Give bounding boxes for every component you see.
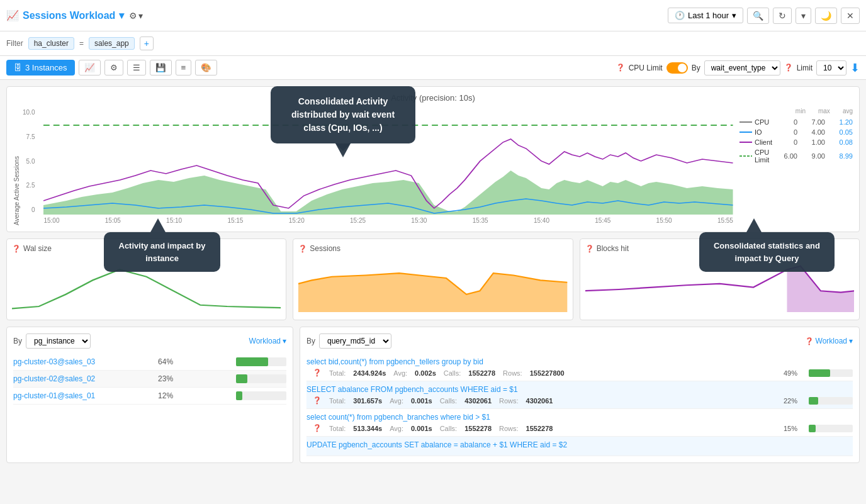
query-text-1[interactable]: select bid,count(*) from pgbench_tellers… (306, 357, 853, 366)
workload-text-right: Workload (816, 337, 847, 345)
filter-add-button[interactable]: + (140, 36, 154, 50)
svg-marker-7 (787, 266, 854, 312)
query-text-2[interactable]: SELECT abalance FROM pgbench_accounts WH… (306, 385, 853, 394)
moon-button[interactable]: 🌙 (815, 8, 837, 24)
activity-chart-section: Activity (precision: 10s) Average Active… (6, 86, 860, 232)
workload-help-icon-right[interactable]: ❓ (805, 337, 814, 345)
header-left: 📈 Sessions Workload ▾ ⚙ ▾ (6, 9, 143, 21)
query-text-4[interactable]: UPDATE pgbench_accounts SET abalance = a… (306, 440, 853, 449)
list-button[interactable]: ≡ (176, 60, 192, 76)
cpu-limit-help-icon[interactable]: ❓ (616, 64, 625, 72)
filter-key[interactable]: ha_cluster (28, 37, 74, 50)
q3-avg: 0.001s (411, 425, 432, 432)
cpu-limit-label: CPU Limit (629, 64, 663, 72)
filter-value[interactable]: sales_app (89, 37, 135, 50)
workload-label-right[interactable]: ❓ Workload ▾ (805, 337, 853, 345)
q3-help[interactable]: ❓ (313, 424, 322, 432)
q1-help[interactable]: ❓ (313, 369, 322, 377)
q2-pct: 22% (784, 397, 797, 405)
chart-type-button[interactable]: 📈 (79, 60, 101, 76)
query-row-1: select bid,count(*) from pgbench_tellers… (306, 354, 853, 381)
q1-rows: 155227800 (530, 369, 565, 377)
wal-help-icon[interactable]: ❓ (12, 245, 21, 253)
q1-total: 2434.924s (353, 369, 386, 377)
q3-bar (809, 425, 816, 432)
refresh-icon: ↻ (779, 11, 786, 21)
instance-name-2[interactable]: pg-cluster-02@sales_02 (13, 374, 95, 383)
app-title: 📈 Sessions Workload ▾ (6, 9, 124, 21)
q2-help[interactable]: ❓ (313, 396, 322, 405)
instance-row-3: pg-cluster-01@sales_01 12% (13, 388, 286, 405)
workload-dropdown-icon-right: ▾ (849, 337, 853, 345)
sessions-chart: ❓ Sessions (293, 238, 573, 320)
search-button[interactable]: 🔍 (747, 8, 769, 24)
blocks-help-icon[interactable]: ❓ (585, 245, 594, 253)
cpu-limit-toggle[interactable] (666, 62, 688, 74)
instance-name-3[interactable]: pg-cluster-01@sales_01 (13, 391, 95, 400)
chart-left: Average Active Sessions 10.0 7.5 5.0 2.5… (13, 108, 37, 225)
time-range-label: Last 1 hour (688, 11, 729, 20)
q3-bar-wrap (809, 425, 853, 432)
cpu-limit-section: ❓ CPU Limit By wait_event_type ❓ Limit 1… (616, 60, 860, 76)
q3-calls: 1552278 (464, 425, 492, 432)
sessions-help-icon[interactable]: ❓ (298, 245, 307, 253)
chart-legend: min max avg CPU 0 7.00 1.20 IO (739, 108, 853, 225)
gear-icon: ⚙ (129, 11, 137, 21)
bubble-bottom-left: Activity and impact by instance (104, 232, 220, 272)
q1-avg: 0.002s (415, 369, 436, 377)
instances-panel-header: By pg_instance Workload ▾ (13, 333, 286, 349)
y-axis-label: Average Active Sessions (13, 108, 20, 225)
workload-label-left[interactable]: Workload ▾ (249, 337, 286, 345)
bubble-top: Consolidated Activity distributed by wai… (271, 86, 415, 143)
q1-calls: 1552278 (468, 369, 495, 377)
toolbar-left: 🗄 3 Instances 📈 ⚙ ☰ 💾 ≡ 🎨 (6, 60, 217, 76)
sessions-label: Sessions (310, 244, 340, 253)
close-button[interactable]: ✕ (841, 8, 860, 24)
refresh-button[interactable]: ↻ (773, 8, 792, 24)
title-dropdown-icon[interactable]: ▾ (119, 9, 124, 21)
instances-count: 3 Instances (25, 63, 67, 72)
chart-area: Average Active Sessions 10.0 7.5 5.0 2.5… (13, 108, 853, 225)
instance-bar-1 (236, 357, 268, 366)
queries-by: By query_md5_id (306, 333, 391, 349)
limit-select[interactable]: 10 (816, 60, 846, 76)
table-button[interactable]: ☰ (127, 60, 146, 76)
q2-bar-wrap (809, 397, 853, 405)
instance-bar-wrap-2 (236, 374, 286, 383)
bubble-bottom-left-text: Activity and impact by instance (119, 241, 206, 263)
time-range-button[interactable]: 🕐 Last 1 hour ▾ (668, 8, 743, 23)
filter-eq: = (79, 39, 84, 48)
filter-bar: Filter ha_cluster = sales_app + (0, 31, 866, 56)
q3-rows: 1552278 (526, 425, 553, 432)
by-label-left: By (13, 337, 22, 345)
limit-help-icon[interactable]: ❓ (784, 64, 793, 72)
download-icon[interactable]: ⬇ (850, 61, 860, 75)
refresh-dropdown-button[interactable]: ▾ (796, 8, 811, 24)
pg-instance-select[interactable]: pg_instance (26, 333, 91, 349)
bubble-top-text: Consolidated Activity distributed by wai… (291, 96, 395, 133)
instances-button[interactable]: 🗄 3 Instances (6, 60, 75, 76)
workload-dropdown-icon-left: ▾ (283, 337, 286, 345)
query-row-4: UPDATE pgbench_accounts SET abalance = a… (306, 437, 853, 456)
query-stats-3: ❓ Total: 513.344s Avg: 0.001s Calls: 155… (306, 424, 853, 432)
layers-button[interactable]: 💾 (150, 60, 172, 76)
query-text-3[interactable]: select count(*) from pgbench_branches wh… (306, 413, 853, 422)
svg-marker-1 (43, 171, 733, 215)
gear-dropdown-icon: ▾ (138, 11, 143, 21)
query-md5-select[interactable]: query_md5_id (319, 333, 391, 349)
q3-total: 513.344s (353, 425, 382, 432)
instance-name-1[interactable]: pg-cluster-03@sales_03 (13, 357, 95, 366)
legend-header: min max avg (739, 108, 853, 115)
legend-row-client: Client 0 1.00 0.08 (739, 137, 853, 147)
x-axis: 15:00 15:05 15:10 15:15 15:20 15:25 15:3… (43, 216, 733, 225)
q1-bar-wrap (809, 369, 853, 377)
settings-icon-button[interactable]: ⚙ (104, 60, 123, 76)
close-icon: ✕ (846, 11, 854, 21)
query-stats-2: ❓ Total: 301.657s Avg: 0.001s Calls: 430… (306, 396, 853, 405)
query-stats-1: ❓ Total: 2434.924s Avg: 0.002s Calls: 15… (306, 369, 853, 377)
instance-pct-2: 23% (154, 374, 173, 383)
gear-button[interactable]: ⚙ ▾ (129, 11, 143, 21)
q1-bar (809, 369, 830, 377)
wait-event-select[interactable]: wait_event_type (704, 60, 780, 76)
palette-button[interactable]: 🎨 (195, 60, 217, 76)
